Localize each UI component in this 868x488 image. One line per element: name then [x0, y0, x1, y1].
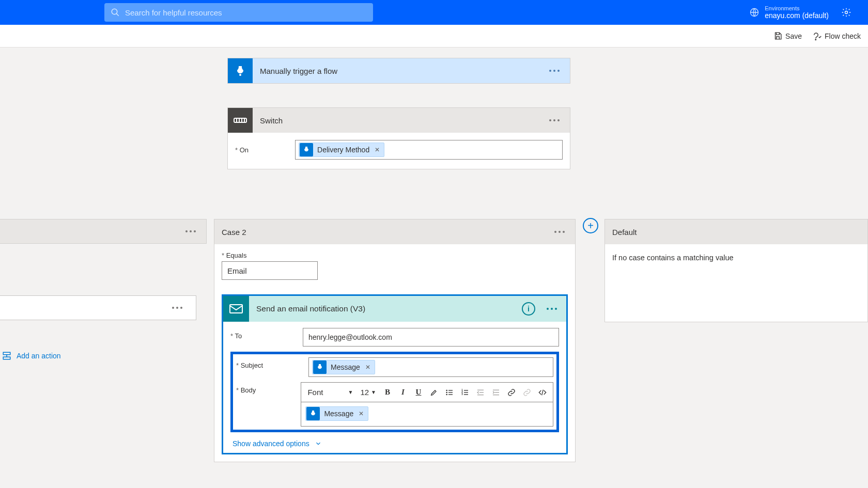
svg-text:3: 3 [461, 393, 463, 396]
svg-rect-11 [3, 352, 10, 355]
case-1-partial: Add an action [0, 219, 207, 360]
svg-line-1 [116, 13, 119, 16]
flow-checker-button[interactable]: Flow check [812, 32, 861, 41]
email-action-card[interactable]: Send an email notification (V3) i To Sub… [222, 294, 568, 454]
save-button[interactable]: Save [773, 32, 802, 40]
svg-rect-14 [230, 305, 242, 313]
token-remove-button[interactable]: ✕ [374, 146, 380, 153]
gear-icon[interactable] [841, 7, 851, 18]
add-action-button[interactable]: Add an action [0, 351, 207, 360]
svg-point-5 [239, 74, 241, 76]
token-remove-button[interactable]: ✕ [358, 410, 364, 417]
email-action-title: Send an email notification (V3) [249, 304, 522, 313]
case-1-action-card[interactable] [0, 295, 196, 320]
svg-point-4 [815, 39, 816, 40]
flow-canvas[interactable]: Manually trigger a flow Switch On Delive… [0, 48, 868, 488]
chevron-down-icon [315, 440, 322, 447]
bullet-list-button[interactable] [442, 385, 457, 400]
number-list-button[interactable]: 123 [458, 385, 472, 400]
italic-button[interactable]: I [396, 385, 410, 400]
subject-label: Subject [236, 357, 308, 369]
switch-on-token[interactable]: Delivery Method ✕ [299, 143, 384, 157]
token-trigger-icon [300, 143, 313, 156]
trigger-card[interactable]: Manually trigger a flow [227, 58, 570, 84]
switch-on-label: On [235, 146, 249, 154]
case-1-menu-button[interactable] [182, 227, 199, 235]
subject-token[interactable]: Message ✕ [312, 360, 375, 374]
add-action-icon [2, 351, 11, 360]
svg-point-15 [446, 390, 447, 390]
switch-card[interactable]: Switch On Delivery Method ✕ [227, 107, 570, 169]
underline-button[interactable]: U [411, 385, 426, 400]
svg-rect-12 [3, 357, 10, 359]
show-advanced-options[interactable]: Show advanced options [230, 432, 559, 451]
rich-text-toolbar: Font▼ 12▼ B I U 123 [301, 382, 553, 402]
case-2-title: Case 2 [222, 228, 246, 237]
environment-icon [749, 7, 760, 18]
link-button[interactable] [504, 385, 519, 400]
highlight-button[interactable] [427, 385, 441, 400]
equals-label: Equals [222, 251, 568, 259]
case-1-header[interactable] [0, 219, 207, 244]
highlighted-fields: Subject Message ✕ [230, 352, 559, 432]
command-bar: Save Flow check [0, 25, 868, 48]
switch-icon [228, 108, 253, 133]
environment-label: Environments [765, 5, 829, 12]
token-trigger-icon [306, 407, 320, 420]
search-input[interactable] [120, 8, 367, 17]
equals-input[interactable] [222, 261, 318, 280]
body-label: Body [236, 382, 301, 394]
indent-button[interactable] [489, 385, 503, 400]
to-label: To [230, 328, 303, 340]
switch-title: Switch [253, 116, 546, 125]
unlink-button[interactable] [520, 385, 534, 400]
search-box[interactable] [104, 3, 373, 22]
mail-icon [223, 296, 249, 322]
default-case-card[interactable]: Default If no case contains a matching v… [605, 219, 868, 322]
body-input[interactable]: Message ✕ [301, 402, 553, 427]
save-icon [773, 32, 782, 40]
outdent-button[interactable] [473, 385, 488, 400]
to-input[interactable] [303, 328, 559, 347]
subject-input[interactable]: Message ✕ [308, 357, 553, 377]
case-2-header[interactable]: Case 2 [214, 219, 575, 244]
default-case-description: If no case contains a matching value [605, 244, 867, 322]
info-icon[interactable]: i [522, 302, 535, 316]
svg-point-17 [446, 394, 447, 395]
case-1-action-menu-button[interactable] [169, 304, 185, 312]
font-family-select[interactable]: Font▼ [304, 385, 356, 400]
case-2-menu-button[interactable] [551, 228, 568, 236]
search-icon [111, 8, 120, 17]
flow-check-icon [812, 32, 822, 41]
case-2-card[interactable]: Case 2 Equals Send an email notification… [214, 219, 576, 462]
svg-point-16 [446, 392, 447, 392]
bold-button[interactable]: B [380, 385, 395, 400]
top-bar: Environments enayu.com (default) [0, 0, 868, 25]
code-view-button[interactable] [535, 385, 550, 400]
token-remove-button[interactable]: ✕ [364, 364, 370, 371]
trigger-menu-button[interactable] [546, 67, 563, 75]
environment-value: enayu.com (default) [765, 11, 829, 20]
token-trigger-icon [313, 360, 327, 374]
font-size-select[interactable]: 12▼ [357, 385, 379, 400]
email-action-menu-button[interactable] [544, 305, 560, 313]
default-case-title: Default [605, 219, 867, 244]
environment-block[interactable]: Environments enayu.com (default) [749, 5, 862, 20]
trigger-title: Manually trigger a flow [253, 67, 546, 75]
add-case-button[interactable]: + [583, 218, 598, 233]
trigger-icon [228, 58, 253, 83]
svg-point-0 [112, 9, 117, 14]
switch-menu-button[interactable] [546, 116, 563, 124]
switch-on-input[interactable]: Delivery Method ✕ [295, 140, 563, 160]
body-token[interactable]: Message ✕ [305, 406, 368, 421]
svg-point-3 [845, 11, 848, 13]
